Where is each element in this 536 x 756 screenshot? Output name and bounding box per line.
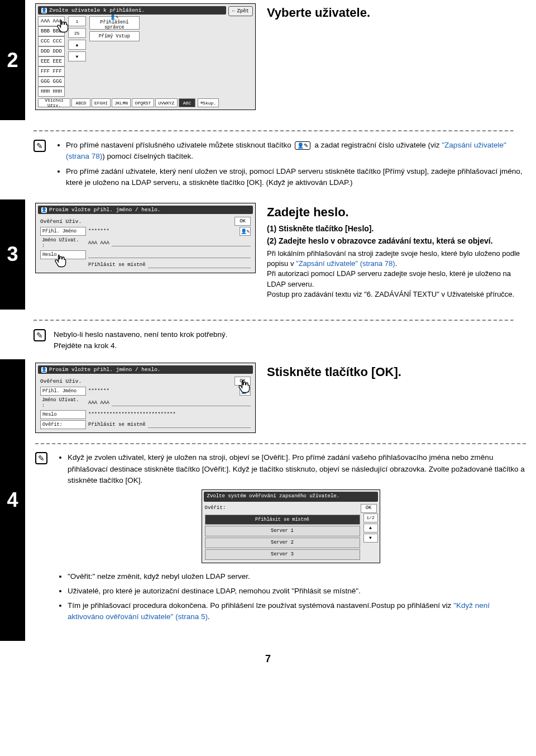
ok-button[interactable]: OK (361, 504, 377, 513)
hand-pointer-icon (52, 253, 68, 269)
password-panel: 👤 Prosím vložte přihl. jméno / heslo. Ov… (35, 203, 256, 273)
ok-panel: 👤 Prosím vložte přihl. jméno / heslo. Ov… (35, 363, 256, 433)
step-number-4: 4 (0, 359, 25, 640)
step3-note: Nebylo-li heslo nastaveno, není tento kr… (54, 329, 526, 352)
direct-input-button[interactable]: Přímý Vstup (89, 31, 140, 41)
ok-button[interactable]: OK (234, 217, 251, 226)
page-total: 25 (68, 28, 86, 38)
pencil-note-icon: ✎ (34, 140, 46, 152)
user-name-label: Jméno Uživat. : (40, 237, 86, 249)
back-label: Zpět (237, 8, 249, 14)
back-button[interactable]: ← Zpět (228, 6, 253, 16)
note-bullet: Pro přímé zadání uživatele, který není u… (66, 166, 526, 189)
scroll-down-button[interactable]: ▼ (68, 51, 86, 61)
user-item[interactable]: EEE EEE (38, 56, 65, 66)
note-bullet: Pro přímé nastavení příslušného uživatel… (66, 140, 526, 163)
auth-select-panel: Zvolte systém ověřování zapsaného uživat… (202, 489, 380, 563)
auth-panel-title: Zvolte systém ověřování zapsaného uživat… (204, 492, 378, 502)
tab-uvwxyz[interactable]: UVWXYZ (155, 98, 178, 107)
auth-option-server2[interactable]: Server 2 (205, 538, 360, 548)
user-icon: 👤 (41, 207, 47, 213)
user-edit-icon: 👤✎ (295, 141, 310, 150)
step3-sub1: (1) Stiskněte tlačítko [Heslo]. (267, 224, 526, 233)
step3-body: Při lokálním přihlašování na stroji zade… (267, 249, 526, 299)
tab-opqrst[interactable]: OPQRST (132, 98, 154, 107)
link-user-write[interactable]: "Zapsání uživatele" (strana 78) (296, 259, 395, 268)
step3-sub2: (2) Zadejte heslo v obrazovce zadávání t… (267, 236, 526, 245)
page-number: 7 (0, 641, 536, 677)
local-login-text: Přihlásit se místně (88, 262, 146, 268)
auth-heading: Ověření Uživ. (40, 378, 82, 384)
alpha-tabs: Všichni Uživ. ABCD EFGHI JKLMN OPQRST UV… (38, 98, 253, 107)
user-item[interactable]: DDD DDD (38, 46, 65, 56)
login-name-value: ******* (88, 229, 109, 234)
tab-abc-selected[interactable]: ABC (179, 98, 195, 107)
user-name-value: AAA AAA (88, 400, 109, 406)
tab-all[interactable]: Všichni Uživ. (38, 98, 70, 107)
note-bullet: "Ověřit:" nelze změnit, když nebyl ulože… (68, 571, 526, 582)
password-label: Heslo (40, 410, 86, 419)
panel-title: 👤 Prosím vložte přihl. jméno / heslo. (38, 365, 253, 374)
user-item[interactable]: GGG GGG (38, 77, 65, 87)
verify-label: Ověřit: (205, 505, 226, 512)
admin-login-button[interactable]: 👤✎ Přihlášení správce (89, 16, 140, 30)
user-icon: 👤 (41, 367, 47, 373)
hand-pointer-icon (236, 379, 252, 394)
auth-option-server1[interactable]: Server 1 (205, 526, 360, 536)
login-name-value: ******* (88, 388, 109, 394)
tab-jklmn[interactable]: JKLMN (112, 98, 131, 107)
step-number-2: 2 (0, 0, 25, 120)
auth-option-server3[interactable]: Server 3 (205, 549, 360, 560)
step2-heading: Vyberte uživatele. (267, 6, 526, 20)
tab-abcd[interactable]: ABCD (71, 98, 90, 107)
step3-heading: Zadejte heslo. (267, 205, 526, 220)
login-name-label: Přihl. Jméno (40, 227, 86, 236)
step4-heading: Stiskněte tlačítko [OK]. (267, 365, 526, 379)
login-name-label: Přihl. Jméno (40, 387, 86, 396)
arrow-left-icon: ← (232, 8, 235, 14)
panel-title: 👤 Prosím vložte přihl. jméno / heslo. (38, 206, 253, 214)
auth-heading: Ověření Uživ. (40, 218, 82, 225)
separator (35, 443, 526, 444)
pencil-note-icon: ✎ (35, 452, 47, 464)
user-edit-icon[interactable]: 👤✎ (240, 227, 251, 236)
user-list: AAA AAA BBB BBB CCC CCC DDD DDD EEE EEE … (38, 16, 65, 97)
user-select-panel: 👤 Zvolte uživatele k přihlášení. ← Zpět … (35, 3, 256, 110)
tab-group[interactable]: ⊕ Skup. (198, 98, 219, 107)
user-icon: 👤 (41, 8, 47, 13)
note-bullet: Když je zvolen uživatel, který je uložen… (68, 452, 526, 486)
note-bullet: Uživatelé, pro které je autorizační dest… (68, 586, 526, 597)
scroll-up-button[interactable]: ▲ (363, 524, 378, 532)
tab-efghi[interactable]: EFGHI (92, 98, 111, 107)
note-bullet: Tím je přihlašovací procedura dokončena.… (68, 600, 526, 623)
step-number-3: 3 (0, 199, 25, 310)
local-login-text: Přihlásit se místně (88, 422, 146, 427)
scroll-up-button[interactable]: ▲ (68, 40, 86, 50)
user-item[interactable]: FFF FFF (38, 66, 65, 77)
pencil-note-icon: ✎ (34, 329, 46, 341)
user-item[interactable]: HHH HHH (38, 87, 65, 97)
separator (34, 130, 514, 132)
panel-title-text: Zvolte uživatele k přihlášení. (49, 7, 145, 13)
user-name-value: AAA AAA (88, 240, 109, 246)
user-name-label: Jméno Uživat. : (40, 397, 86, 409)
panel-title-text: Prosím vložte přihl. jméno / heslo. (49, 207, 161, 213)
panel-title: 👤 Zvolte uživatele k přihlášení. (38, 6, 226, 15)
user-item[interactable]: CCC CCC (38, 36, 65, 46)
page-indicator: 1/2 (363, 513, 378, 522)
hand-pointer-icon (55, 18, 70, 34)
auth-option-local[interactable]: Přihlásit se místně (205, 515, 360, 525)
tab-group-label: Skup. (203, 101, 216, 106)
password-value: ***************************** (88, 412, 176, 417)
separator (34, 320, 514, 321)
verify-button[interactable]: Ověřit: (40, 420, 86, 429)
page-current: 1 (68, 16, 86, 26)
admin-login-label: Přihlášení správce (91, 20, 138, 31)
scroll-down-button[interactable]: ▼ (363, 534, 378, 543)
panel-title-text: Prosím vložte přihl. jméno / heslo. (49, 367, 161, 373)
